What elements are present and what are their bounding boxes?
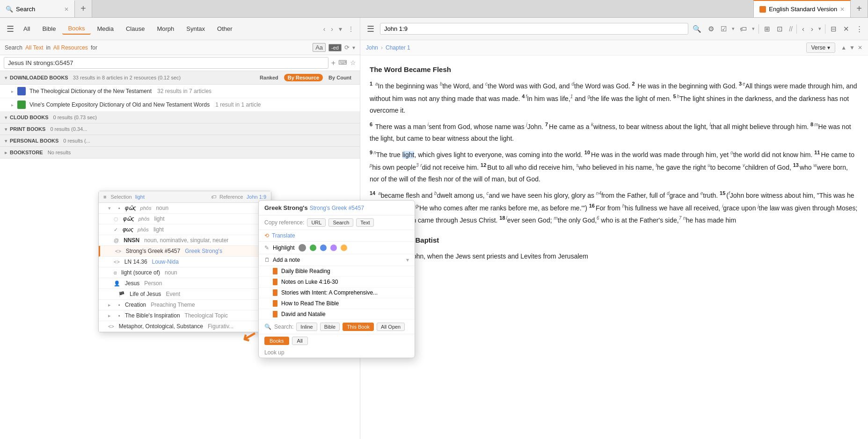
add-note-row[interactable]: 🗒 Add a note ▾ xyxy=(259,254,415,266)
personal-books-toggle[interactable]: ▾ xyxy=(5,138,7,144)
search-bible-button[interactable]: Bible xyxy=(320,323,340,331)
downloaded-books-toggle[interactable]: ▾ xyxy=(5,75,7,80)
note-item-daily-bible[interactable]: Daily Bible Reading xyxy=(259,266,415,277)
nav-check-icon[interactable]: ☑ xyxy=(719,24,728,34)
downloaded-books-header[interactable]: ▾ DOWNLOADED BOOKS 33 results in 8 artic… xyxy=(0,71,360,85)
nav-forward-icon[interactable]: › xyxy=(810,24,815,34)
highlighted-light-word[interactable]: light xyxy=(402,151,415,158)
morph-item-phos-light2[interactable]: ✓ φως phōs light xyxy=(99,224,271,235)
edit-mode-button[interactable]: -ed xyxy=(328,44,342,51)
copy-text-button[interactable]: Text xyxy=(356,218,374,227)
nav-tab-books[interactable]: Books xyxy=(62,23,90,35)
nav-more-button[interactable]: ⋮ xyxy=(346,24,356,34)
note-item-luke[interactable]: Notes on Luke 4:16-30 xyxy=(259,277,415,288)
personal-books-header[interactable]: ▾ PERSONAL BOOKS 0 results (... xyxy=(0,135,360,147)
keyboard-icon[interactable]: ⌨ xyxy=(338,59,347,67)
copy-search-button[interactable]: Search xyxy=(328,218,353,227)
nav-tab-syntax[interactable]: Syntax xyxy=(181,23,211,34)
right-tab-esv[interactable]: English Standard Version ✕ xyxy=(753,0,851,17)
nav-close-icon[interactable]: ✕ xyxy=(842,24,851,34)
reference-input[interactable] xyxy=(380,23,688,35)
highlight-color-purple[interactable] xyxy=(330,245,337,251)
right-tab-close[interactable]: ✕ xyxy=(840,6,845,13)
note-expand-icon[interactable]: ▾ xyxy=(406,257,409,263)
search-inline-button[interactable]: Inline xyxy=(296,323,317,331)
highlight-color-green[interactable] xyxy=(310,245,316,251)
nav-columns-label[interactable]: // xyxy=(789,25,793,33)
nav-split-icon[interactable]: ⊟ xyxy=(829,24,838,34)
nav-tag-dropdown[interactable]: ▾ xyxy=(752,26,755,32)
morph-item-nnsn[interactable]: @ NNSN noun, nominative, singular, neute… xyxy=(99,235,271,246)
nav-tab-morph[interactable]: Morph xyxy=(151,23,180,34)
verse-mode-dropdown[interactable]: ▾ xyxy=(827,44,830,51)
nav-dropdown-arrow[interactable]: ▾ xyxy=(337,24,344,34)
search-input[interactable] xyxy=(4,57,328,69)
tab-books-button[interactable]: Books xyxy=(264,337,289,345)
font-size-button[interactable]: Aa xyxy=(313,43,326,52)
morph-item-jesus-person[interactable]: 👤 Jesus Person xyxy=(99,278,271,289)
result-item-tdnt[interactable]: ▸ The Theological Dictionary of the New … xyxy=(0,85,360,98)
sort-ranked[interactable]: Ranked xyxy=(256,74,282,81)
right-hamburger-button[interactable]: ☰ xyxy=(364,22,377,36)
cloud-books-toggle[interactable]: ▾ xyxy=(5,115,7,120)
nav-check-dropdown[interactable]: ▾ xyxy=(732,26,735,32)
bookstore-toggle[interactable]: ▸ xyxy=(5,150,7,155)
highlight-color-orange[interactable] xyxy=(341,245,347,251)
nav-tab-clause[interactable]: Clause xyxy=(120,23,150,34)
nav-layout-icon[interactable]: ⊞ xyxy=(763,24,772,34)
highlight-color-blue[interactable] xyxy=(320,245,327,251)
nav-tab-other[interactable]: Other xyxy=(212,23,238,34)
breadcrumb-chapter[interactable]: Chapter 1 xyxy=(386,44,410,51)
result-expand-icon[interactable]: ▸ xyxy=(11,89,14,94)
bookmark-icon[interactable]: ☆ xyxy=(350,59,356,67)
morph-item-bible-inspiration[interactable]: ▸ ▪ The Bible's Inspiration Theological … xyxy=(99,310,271,321)
nav-people-icon[interactable]: ⚙ xyxy=(707,24,715,34)
nav-search-icon[interactable]: 🔍 xyxy=(691,24,703,34)
vines-expand-icon[interactable]: ▸ xyxy=(11,102,14,108)
all-text-link[interactable]: All Text xyxy=(25,44,43,51)
translate-row[interactable]: ⟲ Translate xyxy=(259,230,415,242)
print-books-header[interactable]: ▾ PRINT BOOKS 0 results (0.34... xyxy=(0,123,360,135)
morph-expand-icon[interactable]: ▾ xyxy=(108,205,114,211)
highlight-row[interactable]: ✎ Highlight xyxy=(259,242,415,254)
sort-by-count[interactable]: By Count xyxy=(325,74,355,81)
settings-icon[interactable]: ⟳ xyxy=(344,44,350,51)
note-item-stories[interactable]: Stories with Intent: A Comprehensive... xyxy=(259,288,415,298)
morph-item-strongs[interactable]: <> Strong's Greek #5457 Greek Strong's ▸ xyxy=(99,246,271,257)
note-item-david-natalie[interactable]: David and Natalie xyxy=(259,309,415,320)
left-tab-search[interactable]: 🔍 Search ✕ xyxy=(0,0,75,17)
nav-layout2-icon[interactable]: ⊡ xyxy=(775,24,784,34)
search-all-open-button[interactable]: All Open xyxy=(377,323,405,331)
close-breadcrumb[interactable]: ✕ xyxy=(858,44,862,51)
print-books-toggle[interactable]: ▾ xyxy=(5,127,7,132)
left-tab-close[interactable]: ✕ xyxy=(64,6,69,13)
new-tab-left-button[interactable]: + xyxy=(75,0,92,17)
nav-tab-bible[interactable]: Bible xyxy=(36,23,61,34)
search-this-book-button[interactable]: This Book xyxy=(343,323,374,331)
morph-item-light-source[interactable]: α light (source of) noun xyxy=(99,267,271,278)
breadcrumb-book[interactable]: John xyxy=(366,44,378,51)
nav-back-arrow[interactable]: ‹ xyxy=(321,24,328,34)
copy-url-button[interactable]: URL xyxy=(307,218,326,227)
nav-menu-icon[interactable]: ⋮ xyxy=(854,24,864,34)
nav-tag-icon[interactable]: 🏷 xyxy=(738,24,748,34)
result-item-vines[interactable]: ▸ Vine's Complete Expository Dictionary … xyxy=(0,98,360,112)
sort-by-resource[interactable]: By Resource xyxy=(284,74,323,81)
scroll-down-icon[interactable]: ▼ xyxy=(849,44,855,51)
verse-mode-button[interactable]: Verse ▾ xyxy=(806,43,836,53)
new-tab-right-button[interactable]: + xyxy=(851,0,868,17)
morph-item-life-of-jesus[interactable]: 🏴 Life of Jesus Event xyxy=(99,289,271,300)
nav-forward-arrow[interactable]: › xyxy=(329,24,335,34)
cloud-books-header[interactable]: ▾ CLOUD BOOKS 0 results (0.73 sec) xyxy=(0,112,360,123)
nav-back-icon[interactable]: ‹ xyxy=(801,24,806,34)
all-resources-link[interactable]: All Resources xyxy=(53,44,88,51)
nav-tab-all[interactable]: All xyxy=(18,23,36,34)
morph-item-ln[interactable]: <> LN 14.36 Louw-Nida xyxy=(99,257,271,267)
nav-forward-dropdown[interactable]: ▾ xyxy=(818,26,821,32)
tab-all-button[interactable]: All xyxy=(292,337,308,345)
bookstore-header[interactable]: ▸ BOOKSTORE No results xyxy=(0,147,360,158)
note-item-how-to-read[interactable]: How to Read The Bible xyxy=(259,298,415,309)
morph-item-creation[interactable]: ▸ ▪ Creation Preaching Theme xyxy=(99,300,271,310)
dropdown-icon[interactable]: ▾ xyxy=(352,44,355,51)
nav-tab-media[interactable]: Media xyxy=(92,23,119,34)
